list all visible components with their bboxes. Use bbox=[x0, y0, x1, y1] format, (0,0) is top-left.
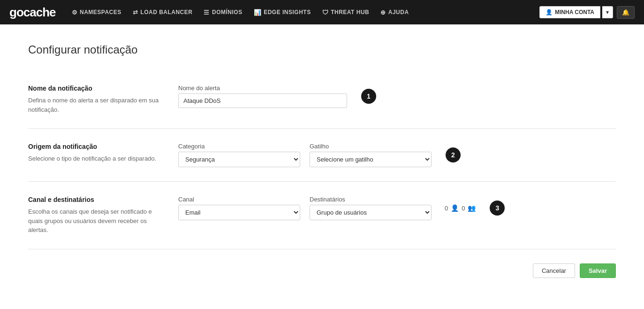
load-balancer-icon: ⇄ bbox=[133, 9, 138, 16]
nav-threat-hub[interactable]: 🛡 THREAT HUB bbox=[318, 6, 374, 19]
field-group-canal: Canal Email Slack Webhook bbox=[178, 196, 300, 220]
form-footer: Cancelar Salvar bbox=[28, 249, 616, 278]
section-fields-channel-recipients: Canal Email Slack Webhook Destinatários … bbox=[178, 196, 616, 235]
step-badge-1: 1 bbox=[361, 89, 376, 104]
field-group-alert-name: Nome do alerta bbox=[178, 85, 347, 108]
account-button[interactable]: 👤 MINHA CONTA bbox=[539, 6, 600, 18]
caret-down-icon: ▾ bbox=[606, 9, 609, 15]
nav-load-balancer[interactable]: ⇄ LOAD BALANCER bbox=[128, 6, 197, 19]
fields-row-3: Canal Email Slack Webhook Destinatários … bbox=[178, 196, 616, 220]
section-notification-origin: Origem da notificação Selecione o tipo d… bbox=[28, 129, 616, 182]
nav-load-balancer-label: LOAD BALANCER bbox=[140, 9, 192, 15]
group-icon bbox=[468, 204, 476, 212]
section-title-channel-recipients: Canal e destinatários bbox=[28, 196, 159, 203]
destinatarios-select[interactable]: Grupo de usuários Usuários individuais bbox=[310, 205, 432, 220]
section-notification-name: Nome da notificação Defina o nome do ale… bbox=[28, 70, 616, 129]
page-container: Configurar notificação Nome da notificaç… bbox=[0, 24, 644, 309]
alert-name-label: Nome do alerta bbox=[178, 85, 347, 92]
threat-hub-icon: 🛡 bbox=[322, 9, 329, 16]
canal-label: Canal bbox=[178, 196, 300, 203]
account-user-icon: 👤 bbox=[546, 9, 553, 15]
brand-logo[interactable]: gocache bbox=[9, 5, 56, 20]
gatilho-select[interactable]: Selecione um gatilho Gatilho 1 Gatilho 2 bbox=[310, 152, 432, 167]
field-group-gatilho: Gatilho Selecione um gatilho Gatilho 1 G… bbox=[310, 143, 432, 167]
nav-namespaces-label: NAMESPACES bbox=[80, 9, 121, 15]
ajuda-icon: ⊕ bbox=[380, 9, 386, 16]
section-channel-recipients: Canal e destinatários Escolha os canais … bbox=[28, 182, 616, 249]
step-badge-2: 2 bbox=[446, 147, 461, 162]
user-icon bbox=[451, 204, 459, 212]
section-label-notification-origin: Origem da notificação Selecione o tipo d… bbox=[28, 143, 159, 167]
gatilho-label: Gatilho bbox=[310, 143, 432, 150]
nav-edge-insights[interactable]: 📊 EDGE INSIGHTS bbox=[249, 6, 316, 19]
save-button[interactable]: Salvar bbox=[580, 263, 616, 278]
alert-name-input[interactable] bbox=[178, 93, 347, 108]
groups-count: 0 bbox=[462, 205, 465, 212]
edge-insights-icon: 📊 bbox=[254, 9, 262, 16]
section-fields-notification-name: Nome do alerta 1 bbox=[178, 85, 616, 114]
cancel-button[interactable]: Cancelar bbox=[533, 263, 575, 278]
nav-dominios[interactable]: ☰ DOMÍNIOS bbox=[199, 6, 247, 19]
bell-icon: 🔔 bbox=[622, 9, 629, 16]
nav-dominios-label: DOMÍNIOS bbox=[212, 9, 242, 15]
users-count: 0 bbox=[445, 205, 448, 212]
brand-text-light: go bbox=[9, 5, 23, 19]
section-desc-channel-recipients: Escolha os canais que deseja ser notific… bbox=[28, 207, 159, 235]
destinatarios-label: Destinatários bbox=[310, 196, 432, 203]
nav-namespaces[interactable]: ⚙ NAMESPACES bbox=[67, 6, 126, 19]
section-label-channel-recipients: Canal e destinatários Escolha os canais … bbox=[28, 196, 159, 235]
recipients-count: 0 0 bbox=[445, 204, 476, 212]
account-caret-button[interactable]: ▾ bbox=[602, 6, 613, 18]
nav-ajuda[interactable]: ⊕ AJUDA bbox=[376, 6, 413, 19]
dominios-icon: ☰ bbox=[204, 9, 210, 16]
nav-edge-insights-label: EDGE INSIGHTS bbox=[264, 9, 311, 15]
page-title: Configurar notificação bbox=[28, 43, 616, 56]
nav-ajuda-label: AJUDA bbox=[388, 9, 409, 15]
notifications-bell-button[interactable]: 🔔 bbox=[617, 6, 635, 19]
section-fields-notification-origin: Categoria Segurança Performance Disponib… bbox=[178, 143, 616, 167]
section-label-notification-name: Nome da notificação Defina o nome do ale… bbox=[28, 85, 159, 114]
field-group-destinatarios: Destinatários Grupo de usuários Usuários… bbox=[310, 196, 432, 220]
navbar: gocache ⚙ NAMESPACES ⇄ LOAD BALANCER ☰ D… bbox=[0, 0, 644, 24]
section-title-notification-origin: Origem da notificação bbox=[28, 143, 159, 150]
fields-row-2: Categoria Segurança Performance Disponib… bbox=[178, 143, 616, 167]
step-badge-3: 3 bbox=[490, 201, 505, 216]
section-desc-notification-origin: Selecione o tipo de notificação a ser di… bbox=[28, 154, 159, 163]
nav-threat-hub-label: THREAT HUB bbox=[331, 9, 369, 15]
field-group-categoria: Categoria Segurança Performance Disponib… bbox=[178, 143, 300, 167]
categoria-label: Categoria bbox=[178, 143, 300, 150]
namespaces-icon: ⚙ bbox=[72, 9, 78, 16]
navbar-right: 👤 MINHA CONTA ▾ 🔔 bbox=[539, 6, 635, 19]
section-title-notification-name: Nome da notificação bbox=[28, 85, 159, 92]
fields-row-1: Nome do alerta 1 bbox=[178, 85, 616, 108]
section-desc-notification-name: Defina o nome do alerta a ser disparado … bbox=[28, 96, 159, 114]
categoria-select[interactable]: Segurança Performance Disponibilidade bbox=[178, 152, 300, 167]
brand-text-bold: cache bbox=[23, 5, 56, 19]
account-label: MINHA CONTA bbox=[555, 9, 594, 15]
canal-select[interactable]: Email Slack Webhook bbox=[178, 205, 300, 220]
